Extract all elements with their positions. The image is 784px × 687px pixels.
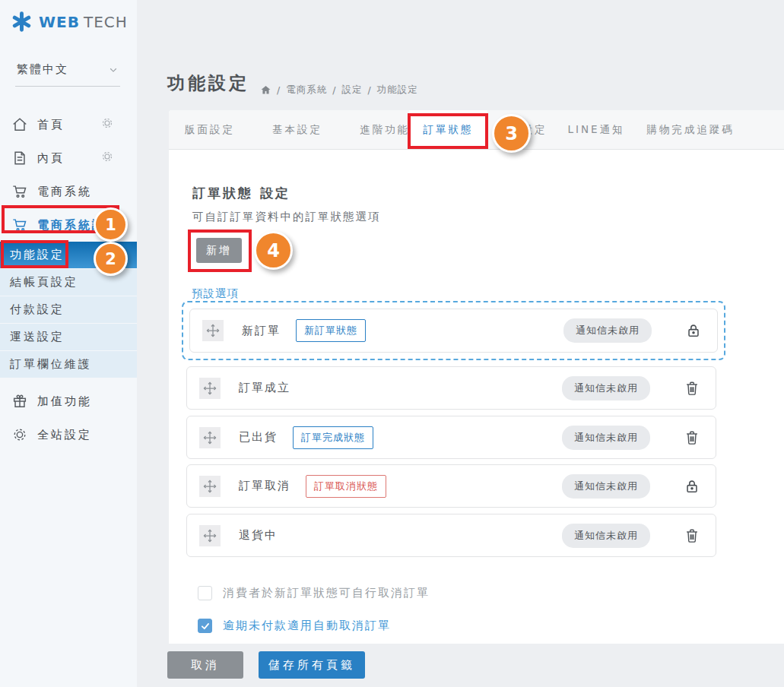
cart-icon bbox=[11, 217, 28, 233]
lock-icon bbox=[685, 322, 702, 339]
tab-3[interactable]: 訂單狀態 bbox=[409, 110, 487, 149]
add-button[interactable]: 新增 bbox=[196, 238, 242, 263]
sidebar-item-0[interactable]: 首頁 bbox=[0, 108, 137, 141]
cart-icon bbox=[11, 183, 28, 200]
breadcrumb-item[interactable]: 電商系統 bbox=[286, 84, 327, 97]
default-status-group: 新訂單新訂單狀態通知信未啟用 bbox=[182, 301, 725, 360]
status-label: 訂單成立 bbox=[239, 381, 290, 395]
tab-label: 版面設定 bbox=[185, 123, 235, 137]
checkbox[interactable] bbox=[198, 586, 212, 600]
tab-5[interactable]: LINE通知 bbox=[559, 110, 633, 149]
section-subtitle: 可自訂訂單資料中的訂單狀態選項 bbox=[192, 210, 381, 224]
sidebar-bottom-item-1[interactable]: 全站設定 bbox=[0, 418, 137, 451]
main-area: 功能設定 / 電商系統 / 設定 / 功能設定 版面設定基本設定進階功能訂單狀態… bbox=[137, 0, 784, 687]
status-tag: 訂單取消狀態 bbox=[306, 475, 386, 498]
logo-text-secondary: TECH bbox=[84, 13, 128, 31]
status-label: 訂單取消 bbox=[239, 479, 290, 493]
sidebar-item-2[interactable]: 電商系統 bbox=[0, 175, 137, 208]
drag-handle[interactable] bbox=[199, 378, 221, 399]
sidebar-subitem-2[interactable]: 付款設定 bbox=[0, 296, 137, 324]
trash-icon[interactable] bbox=[684, 429, 700, 446]
home-breadcrumb-icon bbox=[260, 84, 271, 96]
sidebar-subitem-label: 結帳頁設定 bbox=[10, 275, 78, 290]
breadcrumb-separator: / bbox=[367, 84, 371, 96]
gear-icon bbox=[100, 150, 117, 166]
sidebar-item-label: 加值功能 bbox=[37, 394, 92, 409]
tab-label: 購物完成追蹤碼 bbox=[646, 123, 735, 137]
sidebar-subitem-3[interactable]: 運送設定 bbox=[0, 324, 137, 351]
trash-icon[interactable] bbox=[684, 527, 700, 544]
sidebar: WEBTECH 繁體中文 首頁內頁電商系統電商系統設定 功能設定結帳頁設定付款設… bbox=[0, 0, 137, 687]
home-icon bbox=[11, 116, 28, 133]
notify-badge: 通知信未啟用 bbox=[562, 426, 650, 450]
step-badge-1: 1 bbox=[94, 207, 128, 242]
logo: WEBTECH bbox=[0, 0, 137, 32]
breadcrumb-separator: / bbox=[277, 84, 281, 96]
tab-0[interactable]: 版面設定 bbox=[175, 110, 245, 149]
drag-handle[interactable] bbox=[199, 476, 221, 497]
footer-bar: 取消 儲存所有頁籤 bbox=[137, 644, 784, 687]
status-label: 已出貨 bbox=[239, 430, 278, 445]
breadcrumb-item[interactable]: 設定 bbox=[341, 84, 362, 97]
checkbox[interactable] bbox=[198, 619, 212, 633]
status-label: 退貨中 bbox=[239, 528, 278, 543]
drag-handle[interactable] bbox=[202, 320, 224, 341]
status-row-2: 已出貨訂單完成狀態通知信未啟用 bbox=[186, 416, 716, 459]
gear-icon bbox=[100, 116, 117, 133]
status-tag: 訂單完成狀態 bbox=[293, 426, 373, 449]
cancel-button[interactable]: 取消 bbox=[167, 651, 243, 679]
sidebar-subitem-label: 運送設定 bbox=[10, 330, 65, 344]
gift-icon bbox=[11, 393, 28, 410]
drag-handle[interactable] bbox=[199, 525, 221, 546]
notify-badge: 通知信未啟用 bbox=[562, 474, 650, 499]
status-row-1: 訂單成立通知信未啟用 bbox=[186, 366, 716, 410]
language-value: 繁體中文 bbox=[17, 62, 68, 77]
tab-1[interactable]: 基本設定 bbox=[262, 110, 332, 149]
option-row-1: 逾期未付款適用自動取消訂單 bbox=[198, 619, 391, 633]
notify-badge: 通知信未啟用 bbox=[563, 318, 652, 343]
notify-badge: 通知信未啟用 bbox=[562, 524, 650, 548]
breadcrumb-item: 功能設定 bbox=[377, 84, 418, 97]
save-all-tabs-button[interactable]: 儲存所有頁籤 bbox=[259, 651, 365, 679]
step-badge-3: 3 bbox=[492, 114, 531, 153]
sidebar-item-label: 內頁 bbox=[37, 151, 65, 166]
page-title: 功能設定 bbox=[167, 71, 249, 95]
logo-text-primary: WEB bbox=[39, 13, 80, 31]
sidebar-item-label: 全站設定 bbox=[37, 428, 92, 442]
tab-6[interactable]: 購物完成追蹤碼 bbox=[640, 110, 741, 149]
breadcrumb: / 電商系統 / 設定 / 功能設定 bbox=[260, 84, 418, 97]
tab-bar: 版面設定基本設定進階功能訂單狀態設定LINE通知購物完成追蹤碼 bbox=[169, 110, 784, 150]
sidebar-menu-bottom: 加值功能全站設定 bbox=[0, 385, 137, 451]
status-tag: 新訂單狀態 bbox=[296, 319, 366, 342]
gear-icon bbox=[11, 426, 28, 443]
sidebar-item-1[interactable]: 內頁 bbox=[0, 141, 137, 175]
sidebar-subitem-label: 功能設定 bbox=[10, 248, 65, 262]
tab-label: 訂單狀態 bbox=[424, 123, 474, 137]
lock-icon bbox=[684, 478, 700, 495]
tab-label: LINE通知 bbox=[567, 123, 624, 137]
sidebar-subitem-4[interactable]: 訂單欄位維護 bbox=[0, 351, 137, 378]
option-row-0: 消費者於新訂單狀態可自行取消訂單 bbox=[198, 586, 430, 600]
tab-label: 進階功能 bbox=[360, 123, 410, 137]
sidebar-bottom-item-0[interactable]: 加值功能 bbox=[0, 385, 137, 418]
language-selector[interactable]: 繁體中文 bbox=[15, 62, 120, 87]
option-label: 消費者於新訂單狀態可自行取消訂單 bbox=[223, 586, 430, 600]
notify-badge: 通知信未啟用 bbox=[562, 376, 650, 400]
step-badge-4: 4 bbox=[254, 231, 293, 270]
status-label: 新訂單 bbox=[242, 324, 281, 338]
asterisk-logo-icon bbox=[11, 11, 32, 32]
tab-label: 基本設定 bbox=[272, 123, 322, 137]
trash-icon[interactable] bbox=[684, 380, 700, 397]
app-window: WEBTECH 繁體中文 首頁內頁電商系統電商系統設定 功能設定結帳頁設定付款設… bbox=[0, 0, 784, 687]
default-options-link[interactable]: 預設選項 bbox=[192, 287, 239, 301]
status-row-4: 退貨中通知信未啟用 bbox=[186, 514, 716, 557]
document-icon bbox=[11, 150, 28, 166]
section-title: 訂單狀態 設定 bbox=[192, 185, 290, 202]
logo-text: WEBTECH bbox=[39, 13, 128, 31]
breadcrumb-separator: / bbox=[332, 84, 336, 96]
drag-handle[interactable] bbox=[199, 427, 221, 448]
status-row-3: 訂單取消訂單取消狀態通知信未啟用 bbox=[186, 464, 716, 508]
sidebar-item-label: 電商系統 bbox=[37, 185, 92, 199]
sidebar-item-label: 首頁 bbox=[37, 118, 65, 132]
status-row-0: 新訂單新訂單狀態通知信未啟用 bbox=[189, 309, 718, 353]
